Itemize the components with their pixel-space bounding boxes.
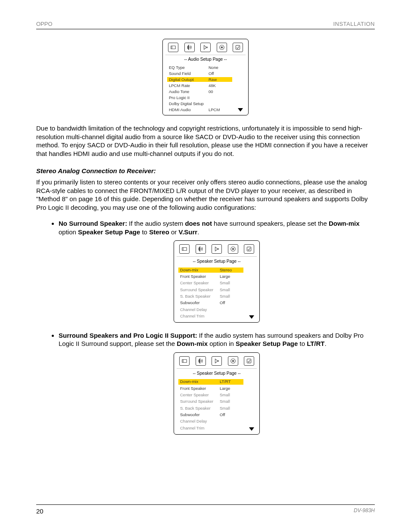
osd-row-value: None xyxy=(209,65,232,70)
osd-row-label: Channel Delay xyxy=(180,307,220,312)
osd-row-value: Small xyxy=(220,287,243,292)
osd-panel-body: EQ TypeNoneSound FieldOffDigital OutuptR… xyxy=(165,63,246,112)
osd-row: Center SpeakerSmall xyxy=(177,280,256,286)
paragraph-stereo: If you primarily listen to stereo conten… xyxy=(36,178,375,212)
section-title: Stereo Analog Connection to Receiver: xyxy=(36,167,375,174)
text: to xyxy=(298,340,307,347)
osd-row: Pro Logic II xyxy=(166,94,245,100)
osd-row-label: Front Speaker xyxy=(180,386,220,391)
svg-point-3 xyxy=(206,47,207,48)
bullet-prologic: Surround Speakers and Pro Logic II Suppo… xyxy=(59,331,375,435)
osd-row-label: Channel Trim xyxy=(180,314,220,319)
text: or xyxy=(169,228,179,236)
osd-row: SubwooferOff xyxy=(177,300,256,306)
osd-panel-body: Down-mixStereoFront SpeakerLargeCenter S… xyxy=(177,266,257,320)
svg-marker-16 xyxy=(215,359,218,363)
osd-row: Down-mixStereo xyxy=(177,267,256,273)
osd-row-value: Stereo xyxy=(218,268,243,273)
osd-row: HDMI AudioLPCM xyxy=(166,106,245,112)
text: have surround speakers, please set the xyxy=(212,220,329,227)
osd-row: Sound FieldOff xyxy=(166,70,245,76)
svg-point-5 xyxy=(221,47,223,48)
paragraph-bandwidth: Due to bandwidth limitation of the techn… xyxy=(36,124,375,158)
osd-row-value: 48K xyxy=(209,83,232,88)
osd-tabs xyxy=(165,42,246,55)
osd-row-value: Small xyxy=(220,406,243,411)
osd-row-label: Center Speaker xyxy=(180,280,220,286)
osd-row: LPCM Rate48K xyxy=(166,82,245,88)
emph: Stereo xyxy=(149,228,169,236)
osd-row-label: Subwoofer xyxy=(180,412,220,417)
text: option xyxy=(59,228,78,236)
osd-row-label: Audio Tone xyxy=(169,89,209,94)
page-number: 20 xyxy=(36,507,44,515)
text: option in xyxy=(208,340,236,347)
osd-tab-icon xyxy=(200,43,211,52)
osd-row-label: Dolby Digital Setup xyxy=(169,101,209,106)
osd-row-value: Small xyxy=(220,280,243,286)
osd-row-label: Down-mix xyxy=(178,379,220,384)
osd-row-label: Surround Speaker xyxy=(180,399,220,404)
svg-rect-13 xyxy=(247,247,251,251)
bullet-label: No Surround Speaker: xyxy=(59,220,127,227)
osd-row-value xyxy=(220,314,243,319)
osd-row-label: Center Speaker xyxy=(180,392,220,398)
svg-rect-6 xyxy=(236,45,240,49)
osd-row-label: Channel Trim xyxy=(180,426,220,431)
osd-tab-icon xyxy=(212,356,222,366)
osd-row-value: Large xyxy=(220,386,243,391)
osd-row-value: LT/RT xyxy=(218,379,243,384)
emph: does not xyxy=(185,220,212,227)
osd-row: Channel Delay xyxy=(177,418,256,425)
osd-tab-icon xyxy=(196,244,206,254)
osd-row-value: Raw xyxy=(207,77,232,82)
osd-panel-ltrt: -- Speaker Setup Page --Down-mixLT/RTFro… xyxy=(59,352,375,435)
osd-row-value: Small xyxy=(220,392,243,398)
section-name: INSTALLATION xyxy=(333,21,375,27)
osd-row: Channel Trim xyxy=(177,425,256,431)
osd-row-label: LPCM Rate xyxy=(169,83,209,88)
svg-rect-7 xyxy=(182,248,187,251)
osd-row-label: S. Back Speaker xyxy=(180,406,220,411)
osd-row-label: Channel Delay xyxy=(180,419,220,424)
osd-row: Dolby Digital Setup xyxy=(166,100,245,106)
osd-tab-icon xyxy=(179,244,190,254)
osd-row: Down-mixLT/RT xyxy=(177,379,256,385)
osd-row-value: Large xyxy=(220,274,243,279)
svg-rect-0 xyxy=(171,46,176,49)
text: If the audio system xyxy=(127,220,185,227)
osd-row: Front SpeakerLarge xyxy=(177,385,256,392)
osd-row: Surround SpeakerSmall xyxy=(177,286,256,293)
osd-row: S. Back SpeakerSmall xyxy=(177,405,256,411)
emph: LT/RT xyxy=(307,340,324,347)
osd-row-label: Surround Speaker xyxy=(180,287,220,292)
osd-row-label: Pro Logic II xyxy=(169,95,209,100)
brand: OPPO xyxy=(36,21,53,27)
osd-tab-icon xyxy=(217,43,227,52)
osd-row-value: Off xyxy=(220,412,243,417)
osd-row-value xyxy=(220,307,243,312)
emph: Speaker Setup Page xyxy=(236,340,298,347)
emph: Speaker Setup Page xyxy=(78,228,140,236)
svg-point-19 xyxy=(232,360,234,362)
osd-tab-icon xyxy=(228,244,238,254)
osd-row-label: Digital Outupt xyxy=(167,77,209,82)
osd-panel-body: Down-mixLT/RTFront SpeakerLargeCenter Sp… xyxy=(177,378,257,432)
osd-row: EQ TypeNone xyxy=(166,64,245,70)
osd-tab-icon xyxy=(184,43,195,52)
text: . xyxy=(197,228,199,236)
osd-tab-icon xyxy=(244,244,254,254)
osd-row-label: Down-mix xyxy=(178,268,220,273)
osd-row-label: S. Back Speaker xyxy=(180,294,220,299)
osd-row-value xyxy=(220,419,243,424)
page-header: OPPO INSTALLATION xyxy=(36,21,375,29)
emph: Down-mix xyxy=(329,220,360,227)
osd-row-value: 00 xyxy=(209,89,232,94)
config-list: No Surround Speaker: If the audio system… xyxy=(52,219,375,435)
emph: V.Surr xyxy=(179,228,198,236)
text: to xyxy=(140,228,149,236)
osd-tab-icon xyxy=(168,43,178,52)
osd-row: Digital OutuptRaw xyxy=(166,76,245,82)
svg-point-17 xyxy=(218,361,218,361)
osd-tab-icon xyxy=(233,43,243,52)
